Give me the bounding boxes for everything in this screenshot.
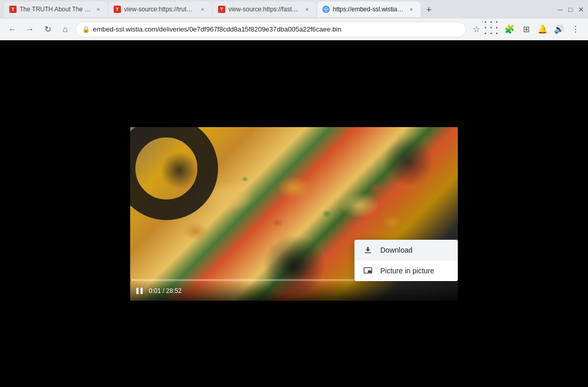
nav-right-icons: ☆ 🧩 ⊞ 🔔 🔊 ⋮	[469, 22, 583, 37]
lock-icon: 🔒	[82, 26, 90, 33]
download-label: Download	[380, 246, 450, 254]
svg-rect-3	[141, 288, 143, 294]
bookmark-button[interactable]: ☆	[469, 22, 484, 37]
context-menu-pip[interactable]: Picture in picture	[354, 260, 458, 281]
address-text: embed-ssl.wistia.com/deliveries/0e7df967…	[93, 25, 459, 33]
minimize-button[interactable]: ─	[557, 6, 563, 12]
extensions-icon	[485, 21, 501, 38]
tab-4-favicon	[322, 6, 330, 13]
svg-rect-2	[136, 288, 138, 294]
tab-4[interactable]: https://embed-ssl.wistia.c… ×	[317, 2, 421, 17]
back-button[interactable]: ←	[5, 22, 20, 37]
menu-button[interactable]: ⋮	[568, 22, 583, 37]
context-menu-download[interactable]: Download	[354, 240, 458, 260]
tab-3[interactable]: T view-source:https://fast.wistia… ×	[213, 2, 316, 17]
maximize-button[interactable]: □	[567, 6, 574, 12]
new-tab-button[interactable]: +	[422, 3, 436, 17]
video-controls: 0:01 / 28:52	[130, 281, 458, 301]
tab-4-close[interactable]: ×	[407, 5, 415, 13]
pause-button[interactable]	[134, 286, 145, 296]
context-menu: Download Picture in picture	[354, 240, 458, 281]
window-controls: ─ □ ✕	[557, 6, 584, 12]
puzzle-button[interactable]: 🧩	[502, 22, 517, 37]
reload-button[interactable]: ↻	[40, 22, 55, 37]
pip-icon	[363, 266, 373, 276]
tab-1-favicon: T	[9, 6, 17, 13]
address-bar[interactable]: 🔒 embed-ssl.wistia.com/deliveries/0e7df9…	[75, 22, 466, 37]
tabs-area: T The TRUTH About The Ke… × T view-sourc…	[4, 2, 551, 17]
tab-2[interactable]: T view-source:https://truth-abo… ×	[109, 2, 212, 17]
tab-2-title: view-source:https://truth-abo…	[124, 6, 195, 13]
video-player[interactable]: 0:01 / 28:52 Download	[130, 127, 458, 301]
title-bar: T The TRUTH About The Ke… × T view-sourc…	[0, 0, 588, 19]
tab-audio-button[interactable]: 🔊	[552, 22, 566, 37]
media-button[interactable]: ⊞	[519, 22, 533, 37]
tab-1-close[interactable]: ×	[94, 5, 102, 13]
notifications-button[interactable]: 🔔	[535, 22, 550, 37]
download-icon	[363, 245, 373, 255]
tab-2-close[interactable]: ×	[198, 5, 207, 13]
tab-1[interactable]: T The TRUTH About The Ke… ×	[4, 2, 107, 17]
svg-rect-6	[368, 270, 372, 273]
home-button[interactable]: ⌂	[58, 22, 72, 37]
forward-button[interactable]: →	[23, 22, 37, 37]
close-button[interactable]: ✕	[578, 6, 584, 12]
pip-label: Picture in picture	[380, 267, 450, 275]
tab-3-title: view-source:https://fast.wistia…	[228, 6, 300, 13]
page-content: 0:01 / 28:52 Download	[0, 40, 588, 387]
time-display: 0:01 / 28:52	[149, 287, 181, 295]
browser-frame: T The TRUTH About The Ke… × T view-sourc…	[0, 0, 588, 387]
tab-2-favicon: T	[114, 6, 121, 13]
tab-3-favicon: T	[218, 6, 225, 13]
tab-4-title: https://embed-ssl.wistia.c…	[333, 6, 404, 13]
tab-1-title: The TRUTH About The Ke…	[20, 6, 91, 13]
tab-3-close[interactable]: ×	[303, 5, 311, 13]
extensions-button[interactable]	[486, 22, 500, 37]
svg-rect-4	[365, 252, 371, 253]
nav-bar: ← → ↻ ⌂ 🔒 embed-ssl.wistia.com/deliverie…	[0, 19, 588, 40]
